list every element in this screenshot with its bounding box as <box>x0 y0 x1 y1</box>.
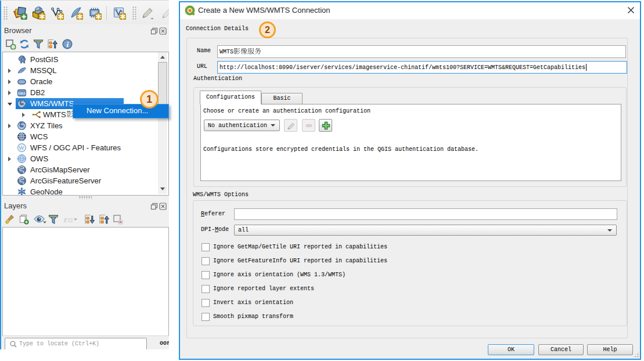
annotation-step-1: 1 <box>140 90 159 109</box>
tree-item-label: OWS <box>30 153 48 164</box>
tree-item-oracle[interactable]: Oracle <box>3 76 168 87</box>
annotation-step-2-number: 2 <box>265 25 270 35</box>
properties-icon[interactable] <box>62 38 73 50</box>
referer-input[interactable] <box>234 208 617 220</box>
url-input[interactable]: http://localhost:8090/iserver/services/i… <box>217 61 627 74</box>
checkbox-label: Ignore GetMap/GetTile URI reported in ca… <box>213 242 387 252</box>
tree-item-label: GeoNode <box>30 186 63 196</box>
layers-float-icon[interactable] <box>150 203 158 210</box>
pencil-icon <box>286 120 297 131</box>
scrollbar-down-button[interactable] <box>158 184 167 194</box>
expand-all-icon[interactable] <box>84 214 95 225</box>
collapse-arrow-icon[interactable] <box>8 103 12 106</box>
collapse-all-icon[interactable] <box>98 214 110 225</box>
url-value: http://localhost:8090/iserver/services/i… <box>220 62 587 73</box>
browser-tree-scrollbar[interactable] <box>158 52 167 194</box>
browser-close-icon[interactable] <box>159 27 167 35</box>
tree-item-wfs-ogc-api-features[interactable]: WFS / OGC API - Features <box>3 142 168 153</box>
menu-item-new-connection[interactable]: New Connection... <box>87 104 148 117</box>
remove-auth-config-button[interactable] <box>302 119 315 132</box>
expand-arrow-icon[interactable] <box>8 91 11 95</box>
chevron-down-icon <box>271 124 275 127</box>
tree-item-mssql[interactable]: MSSQL <box>3 65 168 76</box>
geonode-icon <box>17 187 27 196</box>
mssql-icon <box>17 66 27 75</box>
data-source-manager-icon[interactable] <box>13 6 27 20</box>
new-geopackage-layer-icon[interactable] <box>31 6 45 20</box>
new-temporary-scratch-layer-icon[interactable] <box>88 6 102 20</box>
add-auth-config-button[interactable] <box>319 119 332 132</box>
scrollbar-thumb[interactable] <box>158 62 167 110</box>
arcgis-icon <box>17 165 27 175</box>
qgis-main-window: Browser PostGISMSSQLOracleDB2WMS/WMTSWMT… <box>0 0 169 349</box>
scrollbar-up-button[interactable] <box>158 52 167 62</box>
new-shapefile-layer-icon[interactable] <box>50 6 64 20</box>
expand-arrow-icon[interactable] <box>8 157 11 161</box>
add-selected-layers-icon[interactable] <box>5 38 16 50</box>
save-layer-edits-icon[interactable] <box>160 6 169 20</box>
browser-float-icon[interactable] <box>150 27 158 35</box>
filter-legend-icon[interactable] <box>48 214 59 225</box>
new-spatialite-layer-icon[interactable] <box>69 6 83 20</box>
tree-item-xyz-tiles[interactable]: XYZ Tiles <box>3 120 168 131</box>
checkbox-label: Ignore GetFeatureInfo URI reported in ca… <box>213 256 387 266</box>
ok-button[interactable]: OK <box>488 344 534 355</box>
new-virtual-layer-icon[interactable] <box>112 6 126 20</box>
tree-item-label: ArcGisMapServer <box>30 164 90 175</box>
expand-arrow-icon[interactable] <box>8 124 11 128</box>
panel-splitter-handle[interactable] <box>79 196 92 199</box>
cancel-button[interactable]: Cancel <box>538 344 584 355</box>
layer-styling-icon[interactable] <box>4 214 16 225</box>
dpi-mode-select[interactable]: all <box>234 225 617 236</box>
expand-arrow-icon[interactable] <box>22 113 25 117</box>
layers-close-icon[interactable] <box>159 203 167 210</box>
collapse-all-icon[interactable] <box>46 38 58 50</box>
wfs-icon <box>17 143 27 153</box>
locator-search-input[interactable]: Type to locate (Ctrl+K) <box>5 338 147 349</box>
edit-auth-config-button[interactable] <box>284 119 297 132</box>
auth-config-select[interactable]: No authentication <box>204 120 280 131</box>
ows-icon <box>17 154 27 164</box>
name-value: WMTS <box>220 46 261 57</box>
tree-item-arcgismapserver[interactable]: ArcGisMapServer <box>3 164 168 175</box>
refresh-icon[interactable] <box>19 38 30 50</box>
toolbar-drag-handle[interactable] <box>3 6 8 20</box>
dialog-close-icon[interactable] <box>627 6 635 15</box>
checkbox-box[interactable] <box>202 243 210 251</box>
expand-arrow-icon[interactable] <box>8 68 11 73</box>
tree-item-geonode[interactable]: GeoNode <box>3 186 168 196</box>
checkbox-box[interactable] <box>202 313 210 321</box>
remove-layer-icon[interactable] <box>112 214 124 225</box>
layers-list[interactable] <box>2 227 169 336</box>
tab-basic[interactable]: Basic <box>261 93 303 104</box>
tree-item-ows[interactable]: OWS <box>3 153 168 164</box>
checkbox-label: Smooth pixmap transform <box>213 312 293 322</box>
tree-item-postgis[interactable]: PostGIS <box>3 54 168 65</box>
expand-arrow-icon[interactable] <box>8 80 11 84</box>
oracle-icon <box>17 77 27 86</box>
help-button[interactable]: Help <box>587 344 633 355</box>
checkbox-box[interactable] <box>202 271 210 279</box>
checkbox-box[interactable] <box>202 299 210 307</box>
url-label: URL <box>197 62 207 71</box>
tab-configurations[interactable]: Configurations <box>200 91 261 104</box>
filter-browser-icon[interactable] <box>33 38 44 50</box>
add-group-icon[interactable] <box>18 214 30 225</box>
tree-item-wcs[interactable]: WCS <box>3 131 168 142</box>
chevron-down-icon <box>607 229 612 232</box>
checkbox-box[interactable] <box>202 257 210 265</box>
tree-item-label: MSSQL <box>30 65 57 76</box>
resize-grip[interactable] <box>632 351 639 358</box>
auth-config-value: No authentication <box>208 120 267 131</box>
map-themes-icon[interactable] <box>33 214 48 225</box>
checkbox-box[interactable] <box>202 285 210 293</box>
tree-item-arcgisfeatureserver[interactable]: ArcGisFeatureServer <box>3 175 168 186</box>
tree-item-label: WMS/WMTS <box>30 98 74 109</box>
name-input[interactable]: WMTS <box>217 45 626 58</box>
dialog-titlebar[interactable]: Create a New WMS/WMTS Connection <box>179 1 641 19</box>
tree-item-label: Oracle <box>30 76 52 87</box>
db2-icon <box>17 88 27 98</box>
toolbar-drag-handle[interactable] <box>132 6 136 20</box>
toggle-editing-icon[interactable] <box>141 6 154 20</box>
filter-expression-icon[interactable] <box>62 214 78 225</box>
